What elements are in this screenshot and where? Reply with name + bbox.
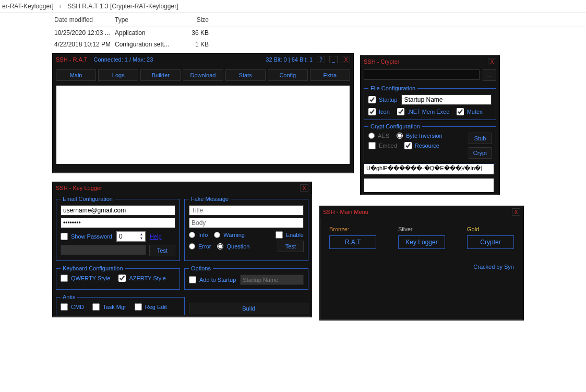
test-email-button[interactable]: Test xyxy=(149,245,175,256)
interval-stepper[interactable]: ▲▼ xyxy=(116,231,146,242)
col-type[interactable]: Type xyxy=(115,16,177,23)
rat-window: SSH - R.A.T Connected: 1 / Max: 23 32 Bi… xyxy=(52,53,354,173)
password-field[interactable] xyxy=(61,218,175,228)
minimize-button[interactable]: _ xyxy=(329,56,338,63)
connection-status: Connected: 1 / Max: 23 xyxy=(94,56,153,63)
startup-name[interactable] xyxy=(401,94,492,105)
chk-mem[interactable]: .NET Mem Exec xyxy=(397,108,449,115)
chevron-up-icon[interactable]: ▲ xyxy=(138,232,145,236)
crypter-window: SSH - Crypter X ... File Configuration S… xyxy=(360,55,500,195)
list-item[interactable]: 10/25/2020 12:03 ... Application 36 KB xyxy=(52,27,586,39)
radio-info[interactable]: Info xyxy=(189,232,208,238)
chk-embed[interactable]: Embed xyxy=(368,142,397,149)
col-date[interactable]: Date modified xyxy=(52,16,115,23)
breadcrumb-part: SSH R.A.T 1.3 [Crypter-RAT-Keylogger] xyxy=(67,3,178,10)
list-item[interactable]: 4/22/2018 10:12 PM Configuration sett...… xyxy=(52,39,586,50)
chk-task[interactable]: Task Mgr xyxy=(92,303,126,311)
chk-show-password[interactable]: Show Password xyxy=(61,233,112,240)
test-message-button[interactable]: Test xyxy=(278,241,304,252)
radio-byte[interactable]: Byte Inversion xyxy=(397,133,443,139)
radio-question[interactable]: Question xyxy=(217,243,249,250)
client-list[interactable] xyxy=(56,85,350,164)
chk-qwerty[interactable]: QWERTY Style xyxy=(61,275,110,282)
group-label: Antis xyxy=(61,294,77,300)
tier-label: Gold xyxy=(467,226,479,232)
group-label: Options xyxy=(189,265,213,271)
tab-download[interactable]: Download xyxy=(183,69,223,81)
radio-error[interactable]: Error xyxy=(189,243,211,250)
tab-extra[interactable]: Extra xyxy=(310,69,350,81)
email-output xyxy=(61,245,146,255)
col-size[interactable]: Size xyxy=(177,16,219,23)
crypt-button[interactable]: Crypt xyxy=(469,147,492,159)
fake-title[interactable] xyxy=(189,205,304,216)
credit-text: Cracked by Syn xyxy=(473,264,514,270)
chevron-right-icon: › xyxy=(55,3,66,10)
startup-name[interactable] xyxy=(240,275,304,285)
chk-enable[interactable]: Enable xyxy=(276,231,304,239)
tab-logs[interactable]: Logs xyxy=(98,69,138,81)
chk-cmd[interactable]: CMD xyxy=(61,303,84,311)
tab-stats[interactable]: Stats xyxy=(225,69,266,81)
fake-body[interactable] xyxy=(189,218,304,228)
file-list: Date modified Type Size 10/25/2020 12:03… xyxy=(0,13,586,50)
breadcrumb[interactable]: er-RAT-Keylogger] › SSH R.A.T 1.3 [Crypt… xyxy=(0,0,586,13)
radio-warning[interactable]: Warning xyxy=(214,232,245,238)
tab-config[interactable]: Config xyxy=(268,69,308,81)
window-title: SSH - Crypter xyxy=(364,58,399,65)
tab-builder[interactable]: Builder xyxy=(140,69,181,81)
help-button[interactable]: ? xyxy=(317,56,325,63)
window-title: SSH - Main Menu xyxy=(323,209,368,215)
browse-button[interactable]: ... xyxy=(483,69,496,81)
help-link[interactable]: Help xyxy=(150,233,162,240)
tier-label: Bronze: xyxy=(329,226,349,232)
group-label: Crypt Configuration xyxy=(368,123,422,129)
rat-button[interactable]: R.A.T xyxy=(329,235,376,249)
main-menu-window: SSH - Main Menu X Bronze: R.A.T Silver K… xyxy=(319,206,524,320)
license-output: U�ghlP������-�Q�E���}/�In�| xyxy=(364,163,494,175)
group-label: Fake Message xyxy=(189,196,231,202)
build-button[interactable]: Build xyxy=(189,303,308,314)
group-label: Keyboard Configuration xyxy=(61,265,125,271)
chk-mutex[interactable]: Mutex xyxy=(457,108,483,115)
breadcrumb-part: er-RAT-Keylogger] xyxy=(2,3,53,10)
output-box xyxy=(364,178,494,193)
tab-main[interactable]: Main xyxy=(56,69,96,81)
close-button[interactable]: X xyxy=(300,184,308,192)
keylogger-button[interactable]: Key Logger xyxy=(398,235,445,249)
chevron-down-icon[interactable]: ▼ xyxy=(138,236,145,241)
chk-resource[interactable]: Resource xyxy=(404,142,439,149)
group-label: Email Configuration xyxy=(61,196,115,202)
keylogger-window: SSH - Key Logger X Email Configuration S… xyxy=(52,182,312,317)
stub-button[interactable]: Stub xyxy=(469,133,492,144)
email-field[interactable] xyxy=(61,205,175,216)
chk-reg[interactable]: Reg Edit xyxy=(135,303,167,311)
bit-status: 32 Bit: 0 | 64 Bit: 1 xyxy=(266,56,313,63)
close-button[interactable]: X xyxy=(488,58,496,65)
group-label: File Configuration xyxy=(368,85,417,91)
close-button[interactable]: X xyxy=(512,208,520,216)
window-title: SSH - Key Logger xyxy=(56,185,102,191)
input-path[interactable] xyxy=(364,69,480,80)
radio-aes[interactable]: AES xyxy=(368,133,389,139)
chk-add-startup[interactable]: Add to Startup xyxy=(189,276,236,283)
chk-icon[interactable]: Icon xyxy=(368,108,390,115)
crypter-button[interactable]: Crypter xyxy=(467,235,514,249)
close-button[interactable]: X xyxy=(342,56,350,63)
tier-label: Silver xyxy=(398,226,413,232)
chk-startup[interactable]: Startup xyxy=(368,96,397,103)
window-title: SSH - R.A.T xyxy=(56,56,88,63)
chk-azerty[interactable]: AZERTY Style xyxy=(118,275,166,282)
